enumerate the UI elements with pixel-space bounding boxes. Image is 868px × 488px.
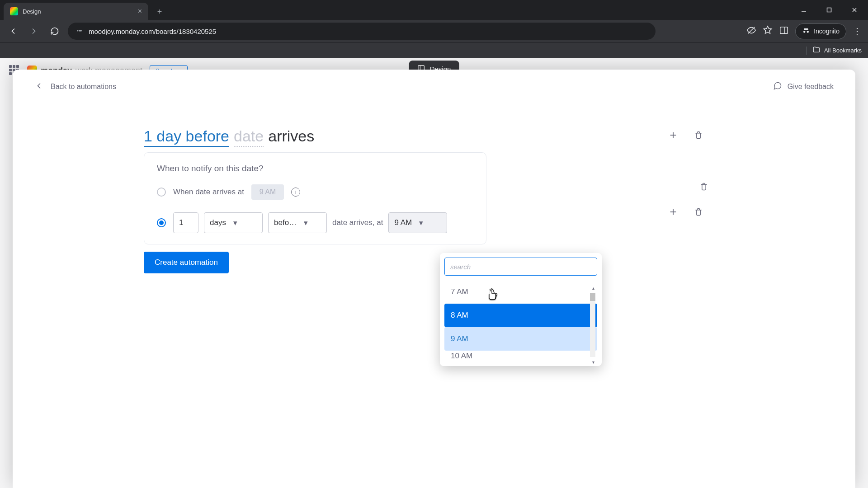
- dropdown-item-8am[interactable]: 8 AM: [444, 304, 597, 327]
- option1-label: When date arrives at: [173, 188, 244, 197]
- automation-modal: Back to automations Give feedback 1 day …: [13, 70, 855, 488]
- scroll-thumb[interactable]: [590, 293, 595, 301]
- browser-tab[interactable]: Design ×: [4, 3, 148, 20]
- side-panel-icon[interactable]: [779, 25, 789, 37]
- close-window-button[interactable]: [844, 3, 864, 17]
- eye-off-icon[interactable]: [746, 25, 756, 37]
- add-step-button-3[interactable]: [667, 206, 679, 218]
- option1-time-chip: 9 AM: [251, 184, 284, 200]
- maximize-button[interactable]: [819, 3, 839, 17]
- bookmark-star-icon[interactable]: [763, 25, 773, 37]
- svg-rect-5: [79, 30, 82, 31]
- dropdown-list[interactable]: 7 AM 8 AM 9 AM 10 AM ▴ ▾: [444, 280, 597, 364]
- incognito-badge[interactable]: Incognito: [795, 23, 846, 39]
- site-info-icon[interactable]: [75, 27, 83, 36]
- card-title: When to notify on this date?: [157, 164, 473, 174]
- delete-step-button[interactable]: [693, 129, 704, 141]
- chat-icon: [773, 81, 782, 92]
- url-text: moodjoy.monday.com/boards/1830420525: [89, 28, 216, 35]
- svg-rect-7: [780, 27, 788, 34]
- radio-option-1[interactable]: [157, 188, 166, 197]
- feedback-label: Give feedback: [788, 83, 834, 91]
- address-bar[interactable]: moodjoy.monday.com/boards/1830420525: [68, 23, 656, 40]
- chevron-down-icon: ▾: [233, 218, 237, 228]
- address-bar-row: moodjoy.monday.com/boards/1830420525 Inc…: [0, 20, 868, 42]
- chevron-down-icon: ▾: [419, 218, 423, 228]
- unit-select-value: days: [210, 218, 226, 227]
- give-feedback-link[interactable]: Give feedback: [773, 81, 834, 92]
- time-select-value: 9 AM: [394, 218, 412, 227]
- back-button[interactable]: [5, 23, 21, 39]
- relation-select[interactable]: befo… ▾: [268, 212, 327, 233]
- chevron-down-icon: ▾: [304, 218, 308, 228]
- menu-dots-icon[interactable]: ⋮: [853, 26, 862, 37]
- scroll-up-icon[interactable]: ▴: [590, 285, 596, 291]
- dropdown-item-7am[interactable]: 7 AM: [444, 280, 597, 304]
- delete-step-button-3[interactable]: [693, 206, 704, 218]
- add-step-button[interactable]: [667, 129, 679, 141]
- radio-option-2[interactable]: [157, 218, 166, 227]
- sentence-date-placeholder[interactable]: date: [234, 127, 264, 147]
- option2-mid-text: date arrives, at: [332, 218, 383, 227]
- scroll-track[interactable]: [590, 293, 595, 357]
- incognito-label: Incognito: [814, 28, 840, 35]
- modal-header: Back to automations Give feedback: [13, 70, 855, 104]
- svg-point-4: [77, 30, 79, 31]
- relation-select-value: befo…: [274, 218, 297, 227]
- tab-title: Design: [23, 8, 41, 15]
- minimize-button[interactable]: [794, 3, 814, 17]
- incognito-icon: [802, 27, 810, 36]
- browser-chrome: Design × + moodjoy.monday.com/boards/183…: [0, 0, 868, 58]
- unit-select[interactable]: days ▾: [204, 212, 263, 233]
- all-bookmarks-link[interactable]: All Bookmarks: [824, 47, 862, 54]
- delete-step-button-2[interactable]: [698, 181, 710, 192]
- svg-rect-1: [827, 8, 831, 12]
- tab-strip: Design × +: [0, 0, 868, 20]
- option-offset[interactable]: days ▾ befo… ▾ date arrives, at 9 AM ▾: [157, 212, 473, 233]
- sentence-count-link[interactable]: 1 day before: [144, 127, 229, 147]
- dropdown-item-9am[interactable]: 9 AM: [444, 327, 597, 351]
- time-select[interactable]: 9 AM ▾: [388, 212, 447, 233]
- page-viewport: monday work management See plans Design …: [0, 58, 868, 488]
- folder-icon: [812, 46, 821, 55]
- favicon-icon: [10, 7, 18, 15]
- back-to-automations-link[interactable]: Back to automations: [34, 81, 116, 92]
- offset-number-input[interactable]: [173, 212, 198, 233]
- bookmarks-bar: All Bookmarks: [0, 42, 868, 58]
- option-when-arrives[interactable]: When date arrives at 9 AM i: [157, 184, 473, 200]
- notify-options-card: When to notify on this date? When date a…: [144, 152, 486, 244]
- create-automation-button[interactable]: Create automation: [144, 252, 229, 273]
- scroll-down-icon[interactable]: ▾: [590, 359, 596, 364]
- back-label: Back to automations: [51, 83, 116, 91]
- sentence-tail: arrives: [268, 127, 314, 145]
- dropdown-search-input[interactable]: [444, 258, 597, 276]
- forward-button[interactable]: [26, 23, 42, 39]
- dropdown-scrollbar[interactable]: ▴ ▾: [590, 285, 596, 364]
- time-dropdown-panel: 7 AM 8 AM 9 AM 10 AM ▴ ▾: [440, 253, 602, 366]
- chevron-left-icon: [34, 81, 43, 92]
- info-icon[interactable]: i: [291, 188, 300, 197]
- new-tab-button[interactable]: +: [153, 5, 166, 19]
- automation-sentence: 1 day before date arrives: [144, 127, 855, 147]
- reload-button[interactable]: [47, 23, 62, 39]
- dropdown-item-10am[interactable]: 10 AM: [444, 351, 597, 364]
- close-tab-icon[interactable]: ×: [138, 7, 142, 15]
